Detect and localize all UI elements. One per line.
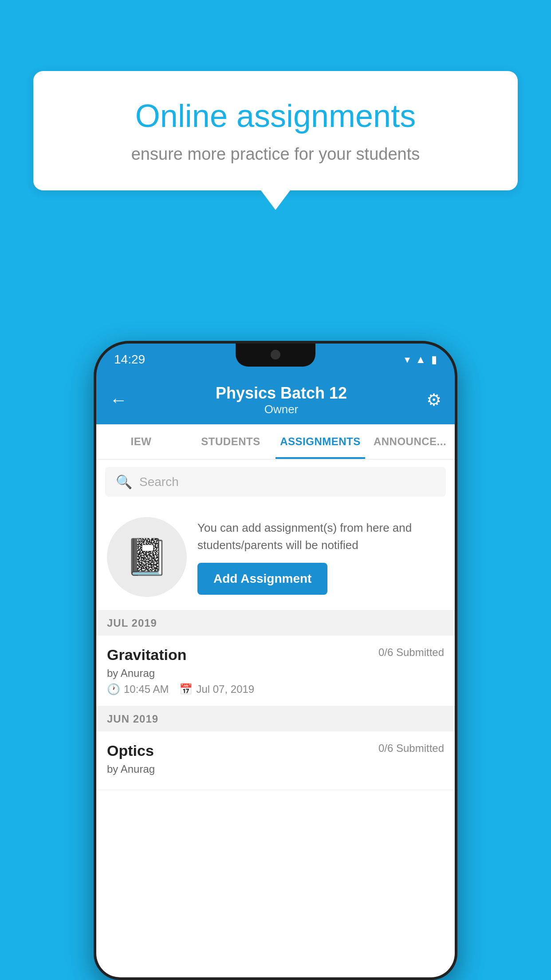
- bubble-title: Online assignments: [69, 98, 482, 134]
- search-bar-container: 🔍 Search: [96, 460, 455, 504]
- tab-students[interactable]: STUDENTS: [186, 424, 276, 459]
- wifi-icon: ▾: [405, 353, 410, 366]
- volume-down-button: [94, 517, 96, 561]
- tab-announcements[interactable]: ANNOUNCE...: [365, 424, 455, 459]
- assignment-submitted: 0/6 Submitted: [378, 646, 444, 659]
- assignment-row-top-optics: Optics 0/6 Submitted: [107, 742, 444, 759]
- clock-icon: 🕐: [107, 683, 120, 695]
- volume-up-button: [94, 477, 96, 503]
- notch: [236, 344, 315, 367]
- assignment-date: 📅 Jul 07, 2019: [179, 683, 254, 695]
- bubble-subtitle: ensure more practice for your students: [69, 145, 482, 164]
- search-placeholder: Search: [139, 475, 179, 489]
- app-header: ← Physics Batch 12 Owner ⚙: [96, 375, 455, 424]
- signal-icon: ▲: [415, 353, 426, 366]
- time-value: 10:45 AM: [124, 683, 169, 695]
- status-time: 14:29: [114, 352, 145, 367]
- date-value: Jul 07, 2019: [196, 683, 254, 695]
- camera: [271, 350, 280, 360]
- status-bar: 14:29 ▾ ▲ ▮: [96, 344, 455, 375]
- assignment-item-gravitation[interactable]: Gravitation 0/6 Submitted by Anurag 🕐 10…: [96, 636, 455, 707]
- header-subtitle: Owner: [136, 403, 426, 416]
- assignment-item-optics[interactable]: Optics 0/6 Submitted by Anurag: [96, 731, 455, 790]
- speech-bubble: Online assignments ensure more practice …: [33, 71, 518, 190]
- assignment-time: 🕐 10:45 AM: [107, 683, 169, 695]
- assignment-meta: 🕐 10:45 AM 📅 Jul 07, 2019: [107, 683, 444, 695]
- search-bar[interactable]: 🔍 Search: [105, 467, 446, 497]
- calendar-icon: 📅: [179, 683, 193, 695]
- silent-button: [94, 570, 96, 614]
- month-header-jul: JUL 2019: [96, 611, 455, 636]
- header-title-area: Physics Batch 12 Owner: [136, 384, 426, 416]
- assignment-submitted-optics: 0/6 Submitted: [378, 742, 444, 755]
- tab-assignments[interactable]: ASSIGNMENTS: [276, 424, 365, 459]
- tab-iew[interactable]: IEW: [96, 424, 186, 459]
- assignment-by: by Anurag: [107, 667, 444, 680]
- assignment-by-optics: by Anurag: [107, 763, 444, 775]
- power-button: [455, 512, 457, 548]
- speech-bubble-container: Online assignments ensure more practice …: [33, 71, 518, 190]
- phone-frame: 14:29 ▾ ▲ ▮ ← Physics Batch 12 Owner ⚙ I…: [94, 341, 457, 980]
- settings-icon[interactable]: ⚙: [426, 390, 441, 410]
- phone-content: 🔍 Search 📓 You can add assignment(s) fro…: [96, 460, 455, 977]
- promo-description: You can add assignment(s) from here and …: [197, 519, 444, 554]
- month-header-jun: JUN 2019: [96, 707, 455, 731]
- battery-icon: ▮: [431, 353, 437, 366]
- notebook-icon: 📓: [125, 536, 169, 578]
- assignment-name: Gravitation: [107, 646, 186, 664]
- add-assignment-button[interactable]: Add Assignment: [197, 563, 327, 595]
- promo-icon-circle: 📓: [107, 517, 187, 597]
- tabs-bar: IEW STUDENTS ASSIGNMENTS ANNOUNCE...: [96, 424, 455, 460]
- header-title: Physics Batch 12: [136, 384, 426, 403]
- back-button[interactable]: ←: [110, 390, 127, 410]
- assignment-name-optics: Optics: [107, 742, 154, 759]
- search-icon: 🔍: [116, 474, 132, 490]
- promo-section: 📓 You can add assignment(s) from here an…: [96, 504, 455, 611]
- promo-text-area: You can add assignment(s) from here and …: [197, 519, 444, 595]
- assignment-row-top: Gravitation 0/6 Submitted: [107, 646, 444, 664]
- status-icons: ▾ ▲ ▮: [405, 353, 437, 366]
